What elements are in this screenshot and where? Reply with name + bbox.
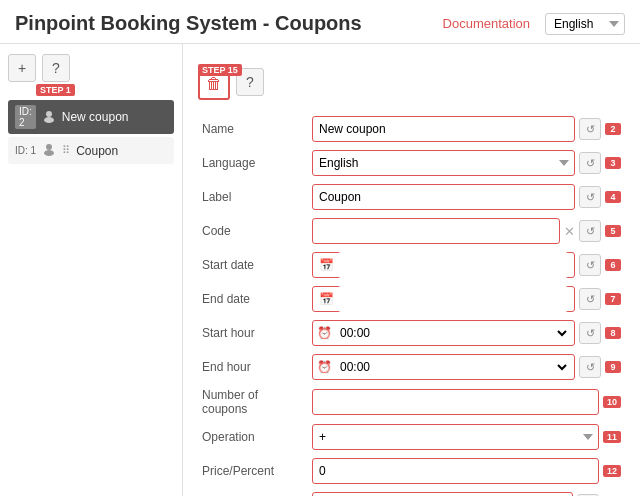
input-code[interactable]	[312, 218, 560, 244]
step1-badge: STEP 1	[36, 84, 75, 96]
avatar-icon-active	[42, 109, 56, 126]
drag-icon: ⠿	[62, 144, 70, 157]
form-field-number-of-coupons: 10	[308, 386, 625, 418]
sidebar-item-label: Coupon	[76, 144, 118, 158]
calendar-icon: 📅	[319, 258, 334, 272]
form-field-price/percent: 12	[308, 456, 625, 486]
form-label-language: Language	[198, 148, 308, 178]
header: Pinpoint Booking System - Coupons Docume…	[0, 0, 640, 44]
step-badge-8: 8	[605, 327, 621, 339]
hour-select-start-hour[interactable]: 00:0001:0002:0003:0004:0005:0006:0007:00…	[336, 325, 570, 341]
help-icon-price-type[interactable]: ↺	[577, 494, 599, 496]
form-field-start-date: 📅↺6	[308, 250, 625, 280]
svg-point-1	[44, 117, 54, 123]
form-label-price-type: Price type	[198, 490, 308, 496]
step-badge-11: 11	[603, 431, 621, 443]
form-field-start-hour: ⏰00:0001:0002:0003:0004:0005:0006:0007:0…	[308, 318, 625, 348]
form-field-code: ✕↺5	[308, 216, 625, 246]
page-title: Pinpoint Booking System - Coupons	[15, 12, 443, 35]
panel-toolbar: 🗑 ?	[198, 68, 625, 100]
help-icon-language[interactable]: ↺	[579, 152, 601, 174]
sidebar-help-button[interactable]: ?	[42, 54, 70, 82]
form-field-operation: +-*/11	[308, 422, 625, 452]
form-field-end-date: 📅↺7	[308, 284, 625, 314]
sidebar-item-normal[interactable]: ID: 1 ⠿ Coupon	[8, 137, 174, 164]
add-coupon-button[interactable]: +	[8, 54, 36, 82]
help-icon-end-hour[interactable]: ↺	[579, 356, 601, 378]
form-label-code: Code	[198, 216, 308, 246]
form-label-start-hour: Start hour	[198, 318, 308, 348]
item-id-normal: ID: 1	[15, 145, 36, 156]
step-badge-2: 2	[605, 123, 621, 135]
step-badge-3: 3	[605, 157, 621, 169]
form-field-label: ↺4	[308, 182, 625, 212]
help-icon-start-date[interactable]: ↺	[579, 254, 601, 276]
svg-point-0	[46, 111, 52, 117]
step-badge-4: 4	[605, 191, 621, 203]
select-language[interactable]: EnglishFrenchGermanSpanish	[312, 150, 575, 176]
svg-point-3	[44, 150, 54, 156]
form-table: Name↺2LanguageEnglishFrenchGermanSpanish…	[198, 110, 625, 496]
step-badge-7: 7	[605, 293, 621, 305]
form-label-operation: Operation	[198, 422, 308, 452]
hour-select-end-hour[interactable]: 00:0001:0002:0003:0004:0005:0006:0007:00…	[336, 359, 570, 375]
sidebar-toolbar: + ? STEP 1	[8, 54, 174, 82]
form-label-price/percent: Price/Percent	[198, 456, 308, 486]
form-label-label: Label	[198, 182, 308, 212]
input-number-of-coupons[interactable]	[312, 389, 599, 415]
calendar-icon: 📅	[319, 292, 334, 306]
help-icon-label[interactable]: ↺	[579, 186, 601, 208]
input-label[interactable]	[312, 184, 575, 210]
select-operation[interactable]: +-*/	[312, 424, 599, 450]
documentation-link[interactable]: Documentation	[443, 16, 530, 31]
form-field-price-type: FixedPercent↺13	[308, 490, 625, 496]
hour-wrapper: ⏰00:0001:0002:0003:0004:0005:0006:0007:0…	[312, 320, 575, 346]
help-icon-code[interactable]: ↺	[579, 220, 601, 242]
clear-code-button[interactable]: ✕	[564, 224, 575, 239]
step-badge-10: 10	[603, 396, 621, 408]
svg-point-2	[46, 144, 52, 150]
step-badge-6: 6	[605, 259, 621, 271]
form-label-start-date: Start date	[198, 250, 308, 280]
help-icon-name[interactable]: ↺	[579, 118, 601, 140]
input-price/percent[interactable]	[312, 458, 599, 484]
item-id-active: ID: 2	[15, 105, 36, 129]
step-badge-12: 12	[603, 465, 621, 477]
form-label-end-hour: End hour	[198, 352, 308, 382]
sidebar-item-active[interactable]: ID: 2	[8, 100, 174, 134]
clock-icon: ⏰	[317, 360, 332, 374]
avatar-icon-normal	[42, 142, 56, 159]
input-date-start-date[interactable]	[338, 252, 568, 278]
form-label-name: Name	[198, 114, 308, 144]
help-icon-end-date[interactable]: ↺	[579, 288, 601, 310]
form-field-name: ↺2	[308, 114, 625, 144]
right-panel: STEP 15 🗑 ? Name↺2LanguageEnglishFrenchG…	[183, 44, 640, 496]
language-selector[interactable]: EnglishFrenchGermanSpanish	[545, 13, 625, 35]
hour-wrapper: ⏰00:0001:0002:0003:0004:0005:0006:0007:0…	[312, 354, 575, 380]
step-badge-5: 5	[605, 225, 621, 237]
step15-badge: STEP 15	[198, 64, 242, 76]
clock-icon: ⏰	[317, 326, 332, 340]
input-name[interactable]	[312, 116, 575, 142]
select-price-type[interactable]: FixedPercent	[312, 492, 573, 496]
form-field-language: EnglishFrenchGermanSpanish↺3	[308, 148, 625, 178]
help-icon-start-hour[interactable]: ↺	[579, 322, 601, 344]
sidebar: + ? STEP 1 ID: 2 ID: 1 ⠿ Coupon	[0, 44, 183, 496]
form-field-end-hour: ⏰00:0001:0002:0003:0004:0005:0006:0007:0…	[308, 352, 625, 382]
main-layout: + ? STEP 1 ID: 2 ID: 1 ⠿ Coupon STEP 15	[0, 44, 640, 496]
input-date-end-date[interactable]	[338, 286, 568, 312]
form-label-number-of-coupons: Number of coupons	[198, 386, 308, 418]
step-badge-9: 9	[605, 361, 621, 373]
form-label-end-date: End date	[198, 284, 308, 314]
